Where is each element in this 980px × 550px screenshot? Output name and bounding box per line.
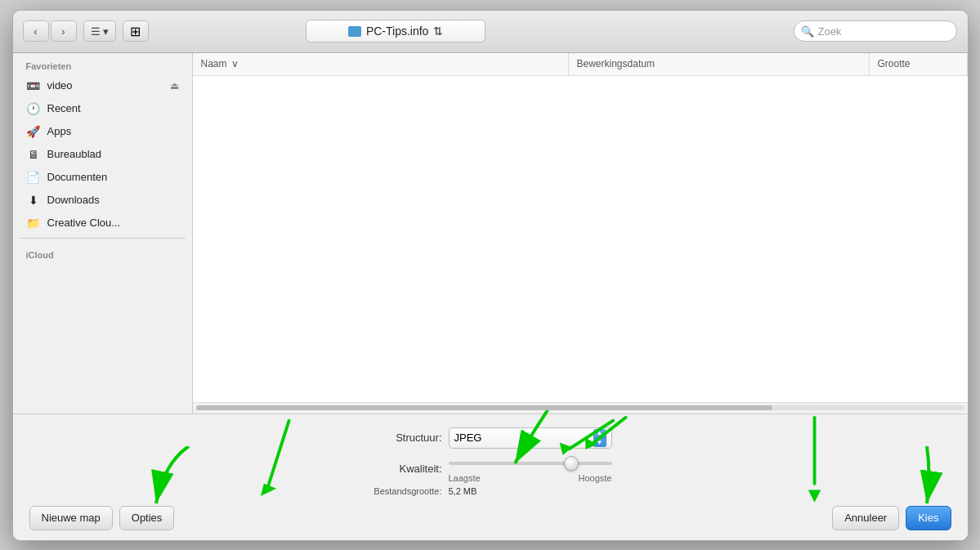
sidebar-label-video: video bbox=[47, 79, 73, 92]
opties-button[interactable]: Opties bbox=[119, 506, 175, 530]
sidebar-label-creative: Creative Clou... bbox=[47, 217, 121, 229]
apps-icon: 🚀 bbox=[26, 124, 41, 139]
sidebar-label-documenten: Documenten bbox=[47, 171, 108, 183]
sidebar-item-apps[interactable]: 🚀 Apps bbox=[13, 120, 192, 143]
sidebar-item-bureaublad[interactable]: 🖥 Bureaublad bbox=[13, 143, 192, 166]
column-grootte-label: Grootte bbox=[878, 58, 911, 69]
slider-bg bbox=[449, 462, 612, 465]
menu-button[interactable]: ☰ ▾ bbox=[83, 20, 116, 42]
location-folder-icon bbox=[348, 26, 361, 37]
format-value: JPEG bbox=[454, 432, 482, 444]
column-naam-arrow: ∨ bbox=[231, 58, 239, 69]
sidebar-section-favorites: Favorieten bbox=[13, 53, 192, 74]
sidebar: Favorieten 📼 video ⏏ 🕐 Recent 🚀 Apps 🖥 B… bbox=[13, 53, 193, 414]
horizontal-scrollbar[interactable] bbox=[193, 402, 968, 414]
column-naam-label: Naam bbox=[201, 58, 227, 69]
sidebar-label-apps: Apps bbox=[47, 125, 72, 137]
sidebar-item-video[interactable]: 📼 video ⏏ bbox=[13, 74, 192, 97]
search-placeholder: Zoek bbox=[817, 25, 841, 38]
slider-labels: Laagste Hoogste bbox=[449, 473, 612, 483]
nieuwe-map-button[interactable]: Nieuwe map bbox=[29, 506, 113, 530]
slider-container: Laagste Hoogste bbox=[449, 455, 612, 483]
slider-thumb[interactable] bbox=[564, 456, 579, 471]
column-grootte[interactable]: Grootte bbox=[870, 53, 968, 75]
file-area: Naam ∨ Bewerkingsdatum Grootte bbox=[193, 53, 968, 414]
format-label: Structuur: bbox=[369, 432, 442, 444]
bottom-panel: Structuur: JPEG ▲ ▼ Kwaliteit: Laagste bbox=[13, 414, 968, 540]
format-select[interactable]: JPEG ▲ ▼ bbox=[449, 427, 612, 449]
search-icon: 🔍 bbox=[801, 25, 814, 38]
stepper-down[interactable]: ▼ bbox=[593, 438, 606, 447]
nav-group: ‹ › bbox=[23, 20, 77, 42]
button-row: Nieuwe map Opties Annuleer Kies bbox=[29, 506, 951, 530]
bureaublad-icon: 🖥 bbox=[26, 147, 41, 162]
menu-arrow-icon: ▾ bbox=[103, 25, 109, 38]
sidebar-item-recent[interactable]: 🕐 Recent bbox=[13, 97, 192, 120]
sidebar-divider bbox=[20, 238, 186, 239]
kies-button[interactable]: Kies bbox=[906, 506, 951, 530]
slider-max-label: Hoogste bbox=[579, 473, 612, 483]
sidebar-label-bureaublad: Bureaublad bbox=[47, 148, 102, 160]
back-button[interactable]: ‹ bbox=[23, 20, 49, 42]
downloads-icon: ⬇ bbox=[26, 193, 41, 208]
location-dropdown[interactable]: PC-Tips.info ⇅ bbox=[306, 20, 486, 42]
sidebar-item-downloads[interactable]: ⬇ Downloads bbox=[13, 189, 192, 212]
creative-icon: 📁 bbox=[26, 216, 41, 230]
sidebar-section-icloud: iCloud bbox=[13, 242, 192, 263]
scrollbar-thumb bbox=[196, 405, 772, 410]
column-bewerkingsdatum-label: Bewerkingsdatum bbox=[577, 58, 655, 69]
scrollbar-track bbox=[196, 405, 964, 410]
quality-row: Kwaliteit: Laagste Hoogste bbox=[29, 455, 951, 483]
stepper-up[interactable]: ▲ bbox=[593, 429, 606, 439]
slider-min-label: Laagste bbox=[449, 473, 481, 483]
filesize-label: Bestandsgrootte: bbox=[369, 486, 442, 496]
menu-icon: ☰ bbox=[91, 25, 101, 38]
location-arrow-icon: ⇅ bbox=[433, 25, 443, 38]
column-bewerkingsdatum[interactable]: Bewerkingsdatum bbox=[569, 53, 870, 75]
video-icon: 📼 bbox=[26, 78, 41, 93]
search-box[interactable]: 🔍 Zoek bbox=[794, 20, 957, 42]
btn-left-group: Nieuwe map Opties bbox=[29, 506, 175, 530]
folder-button[interactable]: ⊞ bbox=[123, 20, 149, 42]
column-naam[interactable]: Naam ∨ bbox=[193, 53, 569, 75]
location-label: PC-Tips.info bbox=[366, 25, 429, 38]
quality-label: Kwaliteit: bbox=[369, 463, 442, 475]
sidebar-item-documenten[interactable]: 📄 Documenten bbox=[13, 166, 192, 189]
sidebar-label-downloads: Downloads bbox=[47, 194, 100, 206]
format-row: Structuur: JPEG ▲ ▼ bbox=[29, 427, 951, 449]
toolbar: ‹ › ☰ ▾ ⊞ PC-Tips.info ⇅ 🔍 Zoek bbox=[13, 11, 968, 53]
sidebar-item-creative[interactable]: 📁 Creative Clou... bbox=[13, 212, 192, 235]
format-stepper[interactable]: ▲ ▼ bbox=[593, 429, 606, 447]
documenten-icon: 📄 bbox=[26, 170, 41, 185]
finder-window: ‹ › ☰ ▾ ⊞ PC-Tips.info ⇅ 🔍 Zoek Favoriet… bbox=[12, 10, 969, 541]
sidebar-scroll[interactable]: Favorieten 📼 video ⏏ 🕐 Recent 🚀 Apps 🖥 B… bbox=[13, 53, 192, 414]
sidebar-label-recent: Recent bbox=[47, 102, 81, 114]
recent-icon: 🕐 bbox=[26, 101, 41, 116]
annuleer-button[interactable]: Annuleer bbox=[832, 506, 899, 530]
content-area: Favorieten 📼 video ⏏ 🕐 Recent 🚀 Apps 🖥 B… bbox=[13, 53, 968, 414]
forward-button[interactable]: › bbox=[51, 20, 77, 42]
file-list[interactable] bbox=[193, 76, 968, 402]
filesize-row: Bestandsgrootte: 5,2 MB bbox=[29, 486, 951, 496]
file-header: Naam ∨ Bewerkingsdatum Grootte bbox=[193, 53, 968, 76]
folder-icon: ⊞ bbox=[130, 24, 141, 39]
btn-right-group: Annuleer Kies bbox=[832, 506, 951, 530]
slider-track[interactable] bbox=[449, 455, 612, 472]
filesize-value: 5,2 MB bbox=[449, 486, 612, 496]
eject-icon[interactable]: ⏏ bbox=[170, 80, 179, 92]
